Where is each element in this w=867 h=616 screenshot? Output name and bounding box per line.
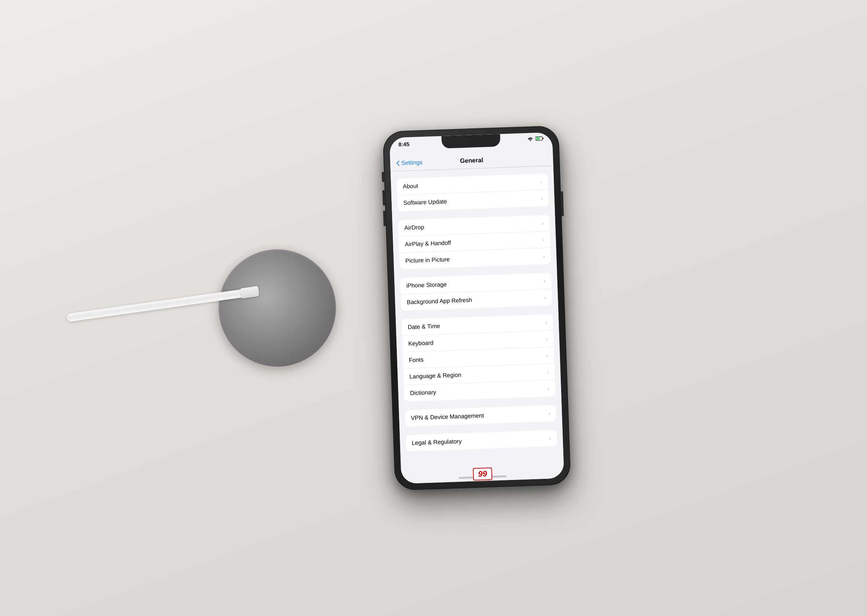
- section-language: Date & Time › Keyboard › Fonts › Langu: [401, 314, 555, 401]
- section-storage: iPhone Storage › Background App Refresh …: [400, 273, 552, 311]
- row-about-label: About: [403, 179, 541, 190]
- row-vpn-label: VPN & Device Management: [411, 410, 549, 421]
- phone-wrapper: 8:45: [382, 126, 571, 490]
- section-legal: Legal & Regulatory ›: [406, 430, 557, 451]
- chevron-date: ›: [545, 319, 547, 325]
- section-about: About › Software Update ›: [397, 173, 549, 211]
- row-fonts-label: Fonts: [409, 352, 547, 363]
- page-title: General: [460, 157, 483, 165]
- charger-pad: [219, 249, 336, 367]
- section-card-6: Legal & Regulatory ›: [406, 430, 557, 451]
- chevron-storage: ›: [544, 278, 546, 284]
- row-software-update-label: Software Update: [403, 195, 541, 206]
- chevron-fonts: ›: [546, 352, 548, 358]
- section-card-5: VPN & Device Management ›: [405, 405, 556, 426]
- section-airdrop: AirDrop › AirPlay & Handoff › Picture in…: [398, 215, 551, 269]
- section-card-2: AirDrop › AirPlay & Handoff › Picture in…: [398, 215, 551, 269]
- section-vpn: VPN & Device Management ›: [405, 405, 556, 426]
- row-legal-label: Legal & Regulatory: [412, 435, 550, 446]
- chevron-background: ›: [544, 294, 546, 300]
- wifi-icon: [527, 137, 533, 141]
- chevron-pip: ›: [543, 253, 544, 259]
- svg-rect-1: [543, 137, 543, 139]
- phone-screen: 8:45: [390, 132, 565, 484]
- chevron-airplay: ›: [543, 237, 544, 242]
- battery-icon: [535, 136, 543, 141]
- section-card-3: iPhone Storage › Background App Refresh …: [400, 273, 552, 311]
- chevron-about: ›: [540, 179, 542, 185]
- chevron-software-update: ›: [541, 195, 543, 201]
- row-vpn[interactable]: VPN & Device Management ›: [405, 405, 556, 426]
- row-date-time-label: Date & Time: [408, 319, 546, 331]
- section-card-1: About › Software Update ›: [397, 173, 549, 211]
- chevron-vpn: ›: [548, 410, 550, 416]
- settings-content[interactable]: About › Software Update › AirDrop: [390, 166, 564, 484]
- row-pip-label: Picture in Picture: [405, 253, 543, 264]
- row-airdrop-label: AirDrop: [404, 220, 542, 231]
- row-legal[interactable]: Legal & Regulatory ›: [406, 430, 557, 451]
- row-language-label: Language & Region: [409, 369, 547, 380]
- volume-down-button[interactable]: [383, 211, 386, 226]
- row-iphone-storage-label: iPhone Storage: [406, 278, 544, 289]
- volume-up-button[interactable]: [382, 190, 385, 206]
- back-chevron-icon: [396, 160, 400, 166]
- chevron-legal: ›: [549, 435, 551, 441]
- chevron-keyboard: ›: [546, 336, 548, 342]
- section-card-4: Date & Time › Keyboard › Fonts › Langu: [401, 314, 555, 401]
- row-background-refresh-label: Background App Refresh: [407, 294, 544, 306]
- chevron-dictionary: ›: [548, 385, 549, 391]
- silent-switch: [382, 172, 384, 182]
- svg-rect-2: [536, 137, 540, 140]
- status-icons: [527, 136, 543, 141]
- iphone-device: 8:45: [382, 126, 571, 490]
- chevron-language: ›: [547, 369, 549, 375]
- chevron-airdrop: ›: [542, 220, 543, 226]
- notch: [442, 134, 500, 149]
- back-label: Settings: [401, 159, 423, 166]
- row-keyboard-label: Keyboard: [408, 335, 546, 347]
- price-value: 99: [478, 469, 487, 479]
- row-airplay-label: AirPlay & Handoff: [405, 237, 543, 248]
- back-button[interactable]: Settings: [396, 159, 423, 166]
- row-dictionary-label: Dictionary: [410, 385, 548, 396]
- price-tag: 99: [473, 467, 492, 481]
